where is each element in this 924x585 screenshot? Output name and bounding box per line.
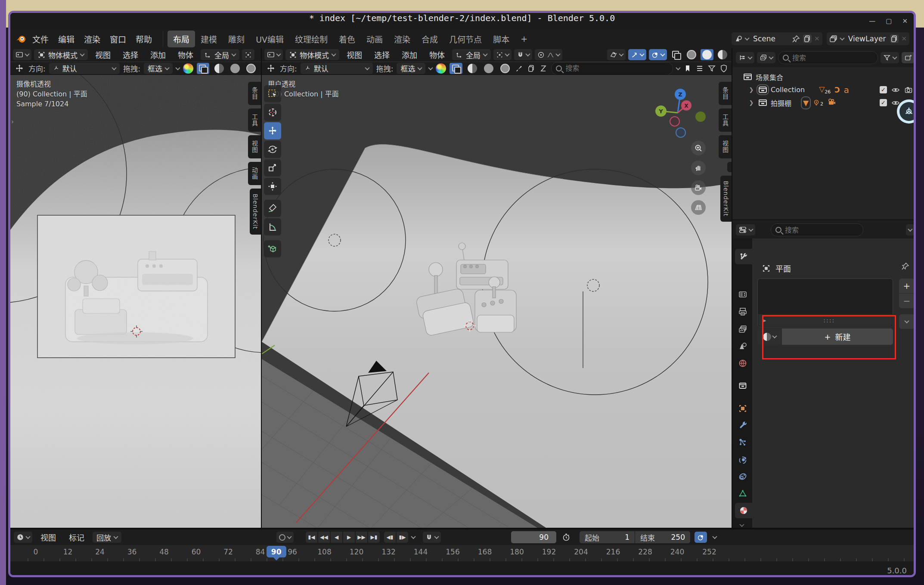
xray-toggle[interactable]: [197, 63, 209, 74]
tab-particles[interactable]: [734, 434, 751, 450]
properties-search-field[interactable]: [771, 223, 863, 236]
shading-solid-button[interactable]: [213, 63, 225, 74]
measure-tool[interactable]: [264, 218, 281, 235]
sidebar-tab-item[interactable]: 条目: [719, 82, 732, 105]
editor-type-button[interactable]: [14, 532, 32, 543]
gizmos-toggle[interactable]: [628, 49, 646, 60]
material-preview-ball-icon[interactable]: [436, 63, 446, 74]
pivot-point-dropdown[interactable]: [242, 49, 254, 60]
workspace-tab-scripting[interactable]: 脚本: [487, 31, 515, 47]
shading-wireframe-button[interactable]: [685, 49, 698, 60]
tab-render[interactable]: [734, 287, 751, 302]
pivot-point-dropdown[interactable]: [493, 49, 512, 60]
expand-arrow-icon[interactable]: ❯: [748, 87, 755, 93]
snap-toggle[interactable]: [514, 49, 532, 60]
filter-funnel-icon[interactable]: [707, 64, 716, 73]
timeline-view-menu[interactable]: 视图: [36, 531, 61, 544]
annotate-tool[interactable]: [264, 200, 281, 217]
maximize-button[interactable]: ▢: [886, 17, 892, 25]
select-menu[interactable]: 选择: [118, 48, 143, 61]
filter-dropdown[interactable]: [881, 52, 899, 63]
tab-material[interactable]: [735, 503, 752, 518]
tab-constraints[interactable]: [734, 469, 751, 484]
outliner-row-studio[interactable]: ❯ 拍摄棚 ▼ 2 ✓: [732, 96, 916, 109]
chevron-down-icon[interactable]: [411, 534, 415, 539]
next-keyframe-button[interactable]: ▶▶: [356, 532, 367, 543]
move-tool[interactable]: [264, 122, 281, 139]
tab-modifiers[interactable]: [734, 417, 751, 433]
orthographic-grid-button[interactable]: [691, 200, 706, 215]
eye-icon[interactable]: [891, 86, 900, 94]
move-tool-icon[interactable]: [265, 63, 276, 74]
scale-tool[interactable]: [264, 159, 281, 176]
slot-list-footer[interactable]: ▶ ::::: [758, 314, 892, 326]
shading-material-button[interactable]: [229, 63, 241, 74]
chevron-down-icon[interactable]: [712, 534, 717, 539]
brush-blend-button[interactable]: [450, 63, 462, 74]
move-tool-icon[interactable]: [14, 63, 25, 74]
material-slot-list[interactable]: ▶ ::::: [757, 279, 893, 327]
scene-selector[interactable]: Scene ✕: [732, 32, 822, 45]
pin-icon[interactable]: [792, 34, 800, 43]
timeline-ruler[interactable]: 90 0122436486072849610812013214415616818…: [10, 545, 916, 561]
chevron-down-icon[interactable]: [428, 65, 433, 70]
tab-object-data[interactable]: [734, 486, 751, 501]
copy-pages-icon[interactable]: [527, 64, 536, 73]
rotate-tool[interactable]: [264, 141, 281, 158]
select-menu[interactable]: 选择: [369, 48, 394, 61]
properties-options-button[interactable]: [906, 224, 915, 235]
play-button[interactable]: ▶: [343, 532, 355, 543]
tab-view-layer[interactable]: [734, 322, 751, 337]
shading-rendered-button[interactable]: [716, 49, 729, 60]
sidebar-tab-blenderkit[interactable]: BlenderKit: [720, 176, 732, 222]
transform-orientation-dropdown[interactable]: 全局: [201, 49, 239, 60]
shading-option-2[interactable]: [482, 63, 495, 74]
outliner-search-input[interactable]: [792, 54, 873, 62]
toolbar-expand-arrow[interactable]: ›: [11, 118, 14, 126]
add-cube-tool[interactable]: [264, 240, 281, 257]
end-frame-field[interactable]: 结束 250: [635, 531, 690, 543]
remove-viewlayer-icon[interactable]: ✕: [901, 35, 907, 43]
exclude-checkbox[interactable]: ✓: [880, 99, 887, 106]
viewlayer-name[interactable]: ViewLayer: [846, 34, 888, 43]
chevron-down-icon[interactable]: [676, 65, 680, 70]
add-slot-button[interactable]: +: [899, 279, 915, 293]
viewlayer-selector[interactable]: ViewLayer ✕: [827, 32, 909, 45]
jump-to-start-button[interactable]: ▮◀: [306, 532, 317, 543]
minimize-button[interactable]: —: [869, 17, 875, 25]
breadcrumb-object-name[interactable]: 平面: [775, 263, 791, 274]
sidebar-tab-item[interactable]: 条目: [248, 82, 261, 105]
shield-icon[interactable]: [719, 64, 728, 73]
step-back-button[interactable]: ◀▮: [384, 532, 396, 543]
chevron-down-icon[interactable]: [175, 65, 180, 70]
camera-view-button[interactable]: [691, 180, 706, 195]
workspace-tab-modeling[interactable]: 建模: [195, 31, 223, 47]
material-preview-ball-icon[interactable]: [183, 63, 193, 74]
new-material-button[interactable]: + 新建: [782, 328, 893, 345]
menu-render[interactable]: 渲染: [79, 31, 105, 46]
transform-tool[interactable]: [264, 178, 281, 195]
sidebar-tab-animation[interactable]: 动画: [248, 162, 261, 185]
tab-world[interactable]: [734, 356, 751, 371]
jump-to-end-button[interactable]: ▶▮: [368, 532, 380, 543]
new-scene-icon[interactable]: [803, 34, 812, 43]
sidebar-tab-tool[interactable]: 工具: [248, 108, 261, 132]
pan-view-button[interactable]: [691, 161, 706, 175]
auto-keying-toggle[interactable]: [276, 532, 294, 543]
mode-dropdown[interactable]: 物体模式: [34, 49, 88, 60]
tab-tool[interactable]: [735, 249, 752, 264]
xray-toggle[interactable]: [670, 49, 682, 60]
exclude-checkbox[interactable]: ✓: [880, 86, 887, 93]
blender-logo-icon[interactable]: [15, 32, 28, 45]
timeline-overlay-toggle[interactable]: [695, 532, 707, 543]
add-menu[interactable]: 添加: [397, 48, 422, 61]
bookmark-icon[interactable]: [683, 64, 692, 73]
menu-edit[interactable]: 编辑: [53, 31, 79, 46]
timeline-snap-toggle[interactable]: [423, 532, 441, 543]
editor-type-button[interactable]: [736, 224, 755, 235]
sidebar-tab-blenderkit[interactable]: BlenderKit: [250, 189, 261, 235]
slot-specials-button[interactable]: [899, 314, 915, 329]
current-frame-field[interactable]: 90: [511, 531, 556, 543]
new-collection-button[interactable]: [902, 52, 915, 63]
title-bar[interactable]: * index [~/temp/test-blender-2/index.ble…: [10, 13, 914, 29]
